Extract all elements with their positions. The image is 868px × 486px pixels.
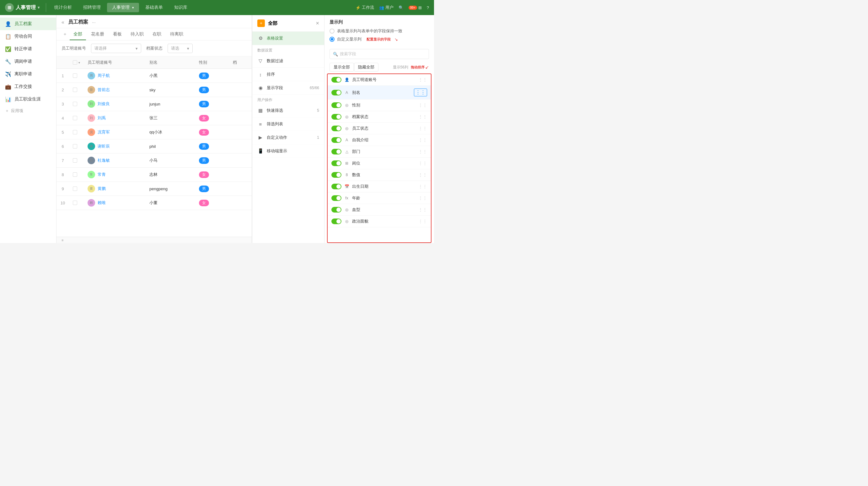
- tab-roster[interactable]: 花名册: [87, 28, 108, 40]
- tab-all[interactable]: 全部: [70, 28, 86, 40]
- toggle-血型[interactable]: [331, 207, 341, 213]
- settings-item-sort[interactable]: ↕ 排序: [252, 68, 324, 81]
- option-custom[interactable]: 自定义显示列 配置显示的字段 ↘: [330, 36, 429, 42]
- tab-active[interactable]: 在职: [149, 28, 165, 40]
- table-row[interactable]: 1 周 周子航 小黑 男: [57, 69, 252, 83]
- sidebar-item-labor-contract[interactable]: 📋 劳动合同: [0, 30, 56, 43]
- sidebar-item-career[interactable]: 📊 员工职业生涯: [0, 93, 56, 105]
- search-field[interactable]: 🔍 搜索字段: [330, 49, 429, 59]
- tab-leaving[interactable]: 待离职: [166, 28, 187, 40]
- brand-area[interactable]: ⊞ 人事管理 ▾: [5, 3, 46, 12]
- sidebar-add-app[interactable]: ＋ 应用项: [0, 105, 56, 116]
- field-item[interactable]: ◎ 员工状态 ⋮⋮: [328, 123, 431, 134]
- notifications-btn[interactable]: 99+ ⊞: [409, 5, 422, 10]
- radio-custom[interactable]: [330, 37, 335, 42]
- tab-kanban[interactable]: 看板: [109, 28, 126, 40]
- employee-name-cell[interactable]: 周 周子航: [84, 69, 146, 83]
- tab-onboarding[interactable]: 待入职: [127, 28, 148, 40]
- employee-name-cell[interactable]: 谢 谢昕辰: [84, 140, 146, 154]
- employee-name-cell[interactable]: 况 况育军: [84, 125, 146, 140]
- settings-item-filter[interactable]: ▽ 数据过滤: [252, 54, 324, 68]
- toggle-别名[interactable]: [331, 90, 341, 95]
- toggle-员工明道账号[interactable]: [331, 77, 341, 83]
- table-row[interactable]: 4 刘 刘禹 张三 女: [57, 111, 252, 125]
- bottom-bar: ≡: [57, 237, 252, 243]
- settings-item-mobile[interactable]: 📱 移动端显示: [252, 145, 324, 158]
- employee-name-cell[interactable]: 刘 刘俊良: [84, 97, 146, 111]
- employee-name-cell[interactable]: 曾 曾前志: [84, 83, 146, 97]
- sidebar: 👤 员工档案 📋 劳动合同 ✅ 转正申请 🔧 调岗申请 ✈️ 离职申请 💼 工作…: [0, 15, 57, 243]
- settings-item-table[interactable]: ⚙ 表格设置: [252, 32, 324, 45]
- settings-item-custom-action[interactable]: ▶ 自定义动作 1: [252, 131, 324, 145]
- help-btn[interactable]: ?: [427, 5, 429, 10]
- toggle-部门[interactable]: [331, 149, 341, 154]
- tab-add-btn[interactable]: ＋: [62, 28, 68, 40]
- workflow-btn[interactable]: ⚡ 工作流: [355, 5, 374, 10]
- nav-recruitment[interactable]: 招聘管理: [78, 3, 106, 12]
- nav-hr[interactable]: 人事管理 ▾: [107, 3, 139, 12]
- toggle-年龄[interactable]: [331, 195, 341, 201]
- drag-handle[interactable]: ⋮⋮: [414, 89, 427, 96]
- employee-name-cell[interactable]: 杜 杜逸敏: [84, 154, 146, 168]
- field-item[interactable]: 👤 员工明道账号 ⋮⋮: [328, 74, 431, 86]
- table-row[interactable]: 10 赖 赖唯 小董 女: [57, 196, 252, 210]
- radio-sync-form[interactable]: [330, 29, 335, 34]
- table-row[interactable]: 2 曾 曾前志 sky 男: [57, 83, 252, 97]
- toggle-岗位[interactable]: [331, 160, 341, 166]
- settings-item-quick-filter[interactable]: ▦ 快速筛选 5: [252, 104, 324, 117]
- field-item[interactable]: △ 部门 ⋮⋮: [328, 146, 431, 158]
- toggle-档案状态[interactable]: [331, 114, 341, 120]
- sidebar-item-employee-files[interactable]: 👤 员工档案: [0, 18, 56, 30]
- gender-badge: 女: [199, 115, 209, 121]
- more-options-btn[interactable]: ···: [92, 20, 96, 25]
- filter-select-employee[interactable]: 请选择 ▾: [91, 43, 141, 53]
- option-sync-form[interactable]: 表格显示列与表单中的字段保持一致: [330, 28, 429, 34]
- employee-name-cell[interactable]: 刘 刘禹: [84, 111, 146, 125]
- settings-item-filter-list[interactable]: ≡ 筛选列表: [252, 117, 324, 131]
- field-item[interactable]: ◎ 性别 ⋮⋮: [328, 99, 431, 111]
- file-status-cell: [229, 125, 252, 140]
- filter-select-status[interactable]: 请选 ▾: [167, 43, 193, 53]
- field-item[interactable]: A 自我介绍 ⋮⋮: [328, 134, 431, 146]
- settings-item-display-fields[interactable]: ◉ 显示字段 65/66: [252, 81, 324, 95]
- field-item[interactable]: ◎ 政治面貌 ⋮⋮: [328, 216, 431, 227]
- search-btn[interactable]: 🔍: [399, 5, 404, 10]
- toggle-出生日期[interactable]: [331, 184, 341, 189]
- table-row[interactable]: 3 刘 刘俊良 junjun 男: [57, 97, 252, 111]
- field-item[interactable]: 8 数值 ⋮⋮: [328, 169, 431, 181]
- gender-badge: 男: [199, 101, 209, 108]
- field-item[interactable]: A 别名 ⋮⋮: [328, 86, 431, 99]
- table-row[interactable]: 7 杜 杜逸敏 小马 男: [57, 154, 252, 168]
- employee-name-cell[interactable]: 赖 赖唯: [84, 196, 146, 210]
- nav-statistics[interactable]: 统计分析: [49, 3, 77, 12]
- table-row[interactable]: 8 常 常青 志林 女: [57, 168, 252, 182]
- table-row[interactable]: 5 况 况育军 qq小冰 女: [57, 125, 252, 140]
- field-item[interactable]: ◎ 档案状态 ⋮⋮: [328, 111, 431, 123]
- collapse-btn[interactable]: «: [62, 20, 64, 25]
- toggle-数值[interactable]: [331, 172, 341, 178]
- toggle-性别[interactable]: [331, 102, 341, 108]
- show-all-btn[interactable]: 显示全部: [330, 63, 354, 71]
- toggle-政治面貌[interactable]: [331, 218, 341, 224]
- nav-forms[interactable]: 基础表单: [140, 3, 168, 12]
- table-row[interactable]: 9 黄 黄鹏 pengpeng 男: [57, 182, 252, 196]
- nav-knowledge[interactable]: 知识库: [169, 3, 192, 12]
- field-item[interactable]: 📅 出生日期 ⋮⋮: [328, 181, 431, 192]
- hide-all-btn[interactable]: 隐藏全部: [354, 63, 378, 71]
- select-all-checkbox[interactable]: [73, 60, 77, 65]
- field-item[interactable]: ⊞ 岗位 ⋮⋮: [328, 158, 431, 169]
- toggle-自我介绍[interactable]: [331, 137, 341, 143]
- users-btn[interactable]: 👥 用户: [379, 5, 394, 10]
- field-item[interactable]: ◎ 血型 ⋮⋮: [328, 204, 431, 216]
- employee-name-cell[interactable]: 黄 黄鹏: [84, 182, 146, 196]
- table-row[interactable]: 6 谢 谢昕辰 phil 男: [57, 140, 252, 154]
- sidebar-item-resignation[interactable]: ✈️ 离职申请: [0, 68, 56, 80]
- field-item[interactable]: fx 年龄 ⋮⋮: [328, 192, 431, 204]
- employee-name-cell[interactable]: 常 常青: [84, 168, 146, 182]
- sidebar-item-handover[interactable]: 💼 工作交接: [0, 80, 56, 93]
- file-status-cell: [229, 97, 252, 111]
- toggle-员工状态[interactable]: [331, 126, 341, 131]
- panel-close-btn[interactable]: ×: [316, 20, 319, 27]
- sidebar-item-transfer[interactable]: 🔧 调岗申请: [0, 55, 56, 68]
- sidebar-item-confirmation[interactable]: ✅ 转正申请: [0, 43, 56, 55]
